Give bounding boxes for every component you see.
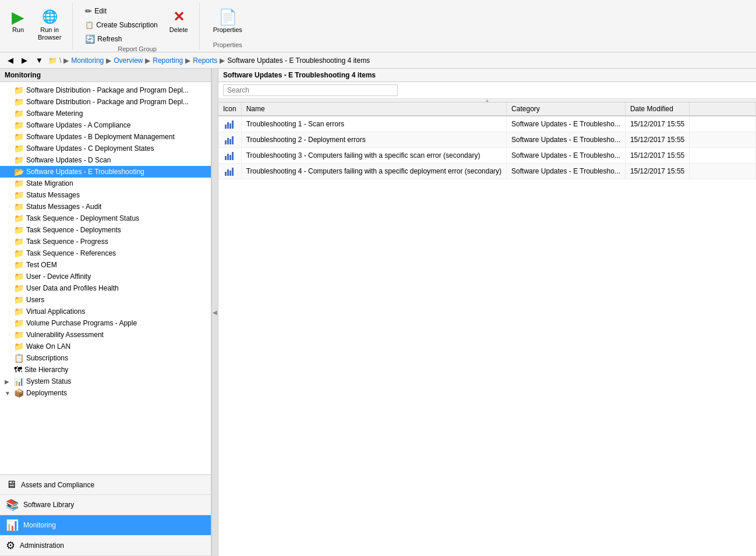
bottom-nav-monitoring[interactable]: 📊Monitoring	[0, 515, 211, 536]
table-row[interactable]: Troubleshooting 3 - Computers failing wi…	[218, 148, 756, 164]
forward-button[interactable]: ▶	[19, 54, 30, 66]
tree-item-label: Software Updates - B Deployment Manageme…	[26, 133, 175, 141]
tree-item-22[interactable]: 📁Wake On LAN	[0, 341, 211, 352]
tree-item-17[interactable]: 📁User Data and Profiles Health	[0, 282, 211, 294]
tree-item-5[interactable]: 📁Software Updates - C Deployment States	[0, 143, 211, 154]
tree-item-label: Wake On LAN	[26, 342, 70, 350]
tree-item-7[interactable]: 📂Software Updates - E Troubleshooting	[0, 166, 211, 178]
tree-item-15[interactable]: 📁Test OEM	[0, 259, 211, 271]
search-input[interactable]	[223, 84, 398, 96]
breadcrumb-monitoring[interactable]: Monitoring	[71, 56, 104, 65]
tree-item-1[interactable]: 📁Software Distribution - Package and Pro…	[0, 96, 211, 108]
folder-icon: 📁	[14, 86, 24, 95]
bottom-nav-icon-software-library: 📚	[6, 498, 19, 511]
run-label: Run	[12, 26, 24, 34]
svg-rect-0	[225, 125, 227, 129]
tree-item-0[interactable]: 📁Software Distribution - Package and Pro…	[0, 84, 211, 96]
breadcrumb-folder-icon: 📁	[48, 56, 57, 65]
tree-item-6[interactable]: 📁Software Updates - D Scan	[0, 154, 211, 166]
properties-group-label: Properties	[213, 41, 242, 49]
run-button[interactable]: ▶ Run	[5, 5, 31, 44]
tree-item-26[interactable]: ▼📦Deployments	[0, 387, 211, 399]
tree-item-label: Software Distribution - Package and Prog…	[26, 98, 189, 106]
tree-item-11[interactable]: 📁Task Sequence - Deployment Status	[0, 213, 211, 224]
tree-item-label: Software Distribution - Package and Prog…	[26, 86, 189, 94]
breadcrumb-dropdown-button[interactable]: ▼	[33, 54, 46, 66]
breadcrumb-overview[interactable]: Overview	[114, 56, 143, 65]
tree-item-label: Test OEM	[26, 261, 57, 269]
run-icon: ▶	[9, 8, 27, 26]
bottom-nav-software-library[interactable]: 📚Software Library	[0, 495, 211, 515]
tree-item-24[interactable]: 🗺Site Hierarchy	[0, 364, 211, 376]
breadcrumb-arrow-2: ▶	[106, 56, 111, 65]
tree-item-12[interactable]: 📁Task Sequence - Deployments	[0, 224, 211, 236]
tree-item-4[interactable]: 📁Software Updates - B Deployment Managem…	[0, 131, 211, 143]
tree-item-9[interactable]: 📁Status Messages	[0, 189, 211, 201]
refresh-icon: 🔄	[85, 34, 95, 44]
tree-item-19[interactable]: 📁Virtual Applications	[0, 306, 211, 317]
tree-item-label: User - Device Affinity	[26, 272, 91, 281]
delete-button[interactable]: ✕ Delete	[165, 5, 192, 37]
create-subscription-button[interactable]: 📋 Create Subscription	[82, 19, 160, 31]
toolbar: ▶ Run 🌐 Run inBrowser ✏ Edit 📋 Create Su…	[0, 0, 756, 52]
properties-button[interactable]: 📄 Properties	[209, 5, 246, 37]
table-header-row: Icon Name Category Date Modified	[218, 102, 756, 116]
sidebar-resize-handle[interactable]: ◀	[211, 69, 218, 556]
col-name[interactable]: Name	[241, 102, 506, 116]
svg-rect-5	[227, 138, 229, 144]
tree-item-14[interactable]: 📁Task Sequence - References	[0, 247, 211, 259]
bottom-nav-assets[interactable]: 🖥Assets and Compliance	[0, 475, 211, 495]
tree-item-16[interactable]: 📁User - Device Affinity	[0, 271, 211, 282]
cell-category-1: Software Updates - E Troublesho...	[507, 132, 626, 148]
table-row[interactable]: Troubleshooting 4 - Computers failing wi…	[218, 164, 756, 179]
folder-icon: 📁	[14, 179, 24, 188]
content-table-container[interactable]: Icon Name Category Date Modified Trouble…	[218, 102, 756, 556]
item-icon: 🗺	[14, 365, 22, 374]
content-header: Software Updates - E Troubleshooting 4 i…	[218, 69, 756, 82]
tree-item-21[interactable]: 📁Vulnerability Assessment	[0, 329, 211, 341]
tree-item-label: Vulnerability Assessment	[26, 331, 104, 339]
tree-item-8[interactable]: 📁State Migration	[0, 178, 211, 189]
bottom-nav-administration[interactable]: ⚙Administration	[0, 536, 211, 556]
table-row[interactable]: Troubleshooting 1 - Scan errorsSoftware …	[218, 116, 756, 132]
tree-item-10[interactable]: 📁Status Messages - Audit	[0, 201, 211, 213]
tree-item-25[interactable]: ▶📊System Status	[0, 376, 211, 387]
tree-item-13[interactable]: 📁Task Sequence - Progress	[0, 236, 211, 247]
delete-icon: ✕	[169, 8, 188, 26]
refresh-button[interactable]: 🔄 Refresh	[82, 33, 160, 45]
tree-item-label: User Data and Profiles Health	[26, 284, 119, 292]
col-date[interactable]: Date Modified	[625, 102, 689, 116]
folder-icon: 📁	[14, 284, 24, 293]
col-icon[interactable]: Icon	[218, 102, 241, 116]
cell-spacer-0	[690, 116, 756, 132]
svg-rect-12	[225, 172, 227, 176]
folder-icon: 📁	[14, 342, 24, 351]
tree-item-18[interactable]: 📁Users	[0, 294, 211, 306]
toolbar-group-run: ▶ Run 🌐 Run inBrowser	[5, 2, 73, 49]
cell-icon-3	[218, 164, 241, 179]
tree-item-2[interactable]: 📁Software Metering	[0, 108, 211, 119]
breadcrumb-reporting[interactable]: Reporting	[153, 56, 183, 65]
table-row[interactable]: Troubleshooting 2 - Deployment errorsSof…	[218, 132, 756, 148]
sidebar-tree[interactable]: 📁Software Distribution - Package and Pro…	[0, 82, 211, 474]
report-icon	[223, 134, 236, 145]
tree-item-3[interactable]: 📁Software Updates - A Compliance	[0, 119, 211, 131]
col-category[interactable]: Category	[507, 102, 626, 116]
reports-table: Icon Name Category Date Modified Trouble…	[218, 102, 756, 179]
bottom-nav-icon-monitoring: 📊	[6, 519, 19, 532]
back-button[interactable]: ◀	[5, 54, 16, 66]
folder-icon: 📁	[14, 190, 24, 200]
tree-item-23[interactable]: 📋Subscriptions	[0, 352, 211, 364]
tree-item-20[interactable]: 📁Volume Purchase Programs - Apple	[0, 317, 211, 329]
folder-icon: 📁	[14, 155, 24, 165]
breadcrumb-reports[interactable]: Reports	[193, 56, 217, 65]
edit-button[interactable]: ✏ Edit	[82, 5, 160, 17]
create-subscription-icon: 📋	[85, 21, 94, 29]
cell-date-0: 15/12/2017 15:55	[625, 116, 689, 132]
properties-label: Properties	[213, 26, 242, 34]
bottom-nav-label-monitoring: Monitoring	[23, 521, 56, 529]
tree-item-label: Deployments	[26, 389, 67, 397]
run-browser-button[interactable]: 🌐 Run inBrowser	[34, 5, 65, 44]
tree-item-label: Site Hierarchy	[24, 366, 68, 374]
cell-name-1: Troubleshooting 2 - Deployment errors	[241, 132, 506, 148]
